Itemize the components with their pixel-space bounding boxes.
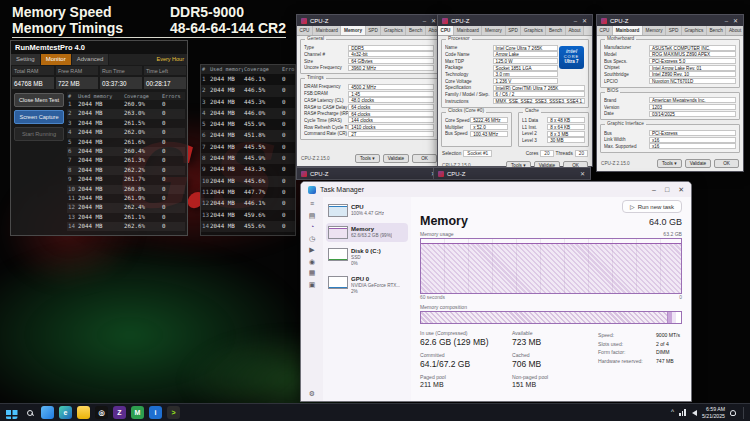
validate-button[interactable]: Validate (685, 159, 712, 168)
cell: Intel Core Ultra 7 265K (493, 45, 558, 51)
cpuz-tab[interactable]: Graphics (381, 26, 406, 35)
cell: 14 (201, 221, 209, 232)
cores-label: Cores (526, 151, 539, 156)
details-icon[interactable]: ▦ (309, 269, 316, 276)
cpuz-window-minimized-2[interactable]: CPU-Z ✕ (433, 167, 591, 180)
minimize-button[interactable]: – (724, 18, 729, 24)
close-button[interactable]: ✕ (430, 17, 437, 24)
cell: About (729, 28, 741, 33)
cpuz-tab[interactable]: CPU (438, 26, 454, 35)
cpuz-tab[interactable]: Mainboard (613, 26, 643, 35)
processes-icon[interactable]: ▤ (309, 212, 316, 219)
minimize-button[interactable]: – (652, 186, 656, 194)
app-history-icon[interactable]: ◷ (309, 235, 315, 242)
cell: 445.5% (243, 142, 281, 153)
memory-composition-bar[interactable] (420, 311, 682, 324)
cpuz-tab[interactable]: SPD (666, 26, 682, 35)
perf-item-memory[interactable]: Memory62.6/63.2 GB (99%) (326, 223, 408, 242)
task-manager-window[interactable]: Task Manager – □ ✕ ≡▤◔◷▶◉▦▣⚙ CPU100% 4.4… (300, 181, 692, 402)
startup-apps-icon[interactable]: ▶ (309, 246, 314, 253)
maximize-button[interactable]: □ (665, 186, 669, 194)
system-tray[interactable]: ^ 6:59 AM 5/21/2025 (671, 406, 745, 420)
notification-bell-icon[interactable] (730, 410, 736, 416)
obs-icon[interactable]: ◎ (95, 406, 108, 419)
cell: Setting (16, 56, 35, 62)
memtest-tab[interactable]: Advanced (72, 54, 110, 65)
memtest-titlebar[interactable]: RunMemtestPro 4.0 (11, 41, 187, 54)
show-desktop-button[interactable] (743, 407, 745, 419)
minimize-button[interactable]: – (422, 18, 427, 24)
memory-spec: Speed:9000 MT/s (598, 332, 682, 338)
start-button[interactable] (5, 406, 18, 419)
task-manager-icon (308, 186, 316, 194)
file-explorer-icon[interactable] (77, 406, 90, 419)
tray-chevron-icon[interactable]: ^ (671, 409, 674, 416)
cpuz-tab[interactable]: Bench (406, 26, 425, 35)
cpuz-tab[interactable]: Memory (643, 26, 666, 35)
task-manager-titlebar[interactable]: Task Manager – □ ✕ (301, 182, 691, 197)
cpuz-tab[interactable]: Mainboard (313, 26, 341, 35)
cell: American Megatrends Inc. (649, 97, 736, 103)
close-button[interactable]: ✕ (678, 186, 684, 194)
memtest-tab[interactable]: Monitor (41, 54, 72, 65)
hwinfo-icon[interactable]: i (149, 406, 162, 419)
cpuz-tab[interactable]: About (566, 26, 584, 35)
search-button[interactable] (23, 406, 36, 419)
cpuz-tab[interactable]: Bench (546, 26, 565, 35)
perf-item-disk-0-c[interactable]: Disk 0 (C:)SSD0% (326, 245, 408, 270)
terminal-icon[interactable]: > (167, 406, 180, 419)
cpuz-tab[interactable]: SPD (366, 26, 382, 35)
perf-item-cpu[interactable]: CPU100% 4.47 GHz (326, 201, 408, 220)
cpuz-tab[interactable]: Graphics (682, 26, 707, 35)
cpuz-tab[interactable]: Mainboard (454, 26, 482, 35)
memtest-window[interactable]: RunMemtestPro 4.0 SettingMonitorAdvanced… (10, 40, 188, 236)
close-button[interactable]: ✕ (732, 17, 739, 24)
ok-button[interactable]: OK (714, 159, 739, 168)
cpuz-tab[interactable]: SPD (506, 26, 522, 35)
memtest-tab[interactable]: Setting (11, 54, 41, 65)
cpuz-titlebar[interactable]: CPU-Z – ✕ (597, 15, 743, 26)
window-title: CPU-Z (447, 171, 465, 177)
cell: 2044 MB (209, 85, 243, 96)
memtest-table-panel-2[interactable]: # Used memory Coverage Errors 12044 MB44… (200, 64, 296, 236)
performance-icon[interactable]: ◔ (310, 223, 314, 230)
cpuz-window-minimized-1[interactable]: CPU-Z ✕ (296, 167, 442, 180)
cpuz-tab[interactable]: About (726, 26, 743, 35)
cpuz-titlebar[interactable]: CPU-Z – ✕ (438, 15, 592, 26)
close-button[interactable]: ✕ (579, 170, 586, 177)
users-icon[interactable]: ◉ (309, 258, 315, 265)
minimize-button[interactable]: – (573, 18, 578, 24)
tools-button[interactable]: Tools ▾ (657, 159, 682, 168)
validate-button[interactable]: Validate (383, 154, 410, 163)
cpuz-window-memory[interactable]: CPU-Z – ✕ CPUMainboardMemorySPDGraphicsB… (296, 14, 442, 167)
cpu-z-icon[interactable]: Z (113, 406, 126, 419)
settings-icon[interactable]: ⚙ (309, 390, 315, 397)
edge-icon[interactable]: e (59, 406, 72, 419)
ok-button[interactable]: OK (412, 154, 437, 163)
menu-icon[interactable]: ≡ (310, 200, 314, 207)
run-new-task-button[interactable]: ▷ Run new task (622, 200, 682, 213)
tools-button[interactable]: Tools ▾ (355, 154, 380, 163)
memtest-icon[interactable]: M (131, 406, 144, 419)
close-button[interactable]: ✕ (581, 17, 588, 24)
cpuz-tab[interactable]: Graphics (521, 26, 546, 35)
volume-icon[interactable] (692, 410, 697, 416)
widgets-icon[interactable] (41, 406, 54, 419)
start-running-button[interactable]: Start Running (14, 127, 64, 141)
cell: Paged pool (420, 374, 506, 381)
close-mem-test-button[interactable]: Close Mem Test (14, 93, 64, 107)
cpuz-window-cpu[interactable]: CPU-Z – ✕ CPUMainboardMemorySPDGraphicsB… (437, 14, 593, 167)
cpuz-tab[interactable]: CPU (297, 26, 313, 35)
cpuz-window-mainboard[interactable]: CPU-Z – ✕ CPUMainboardMemorySPDGraphicsB… (596, 14, 744, 172)
cpuz-tab[interactable]: Memory (482, 26, 505, 35)
perf-item-gpu-0[interactable]: GPU 0NVIDIA GeForce RTX...2% (326, 273, 408, 298)
network-icon[interactable] (679, 409, 687, 416)
services-icon[interactable]: ▣ (309, 281, 316, 288)
screen-capture-button[interactable]: Screen Capture (14, 110, 64, 124)
cpuz-tab[interactable]: Bench (707, 26, 726, 35)
cpuz-titlebar[interactable]: CPU-Z – ✕ (297, 15, 441, 26)
socket-selector[interactable]: Socket #1 (463, 150, 492, 157)
cpuz-tab[interactable]: CPU (597, 26, 613, 35)
cpuz-tab[interactable]: Memory (341, 26, 365, 35)
taskbar-clock[interactable]: 6:59 AM 5/21/2025 (702, 406, 725, 420)
